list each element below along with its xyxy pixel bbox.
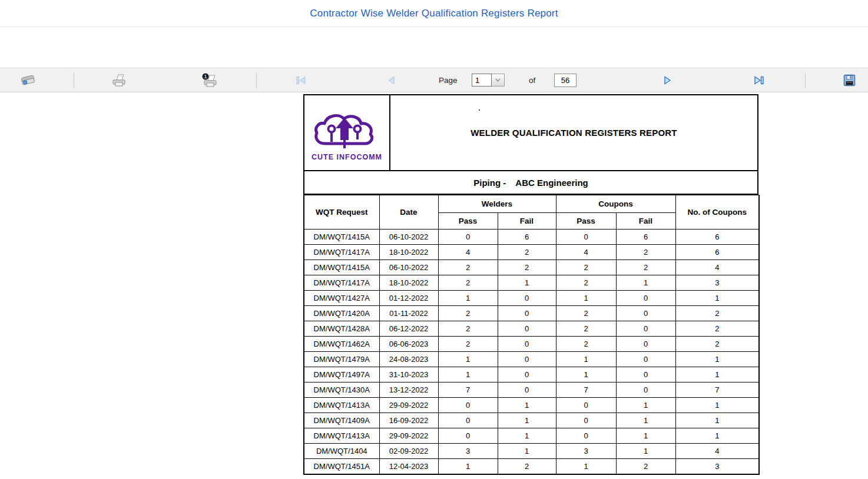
svg-text:1: 1 — [204, 74, 207, 79]
first-page-icon[interactable] — [296, 68, 307, 92]
cloud-arrows-logo-icon — [312, 109, 382, 152]
table-cell: 1 — [438, 459, 498, 474]
table-cell: 7 — [675, 382, 759, 398]
table-cell: 2 — [498, 245, 556, 260]
print-icon[interactable] — [111, 68, 127, 92]
col-header-welders-pass: Pass — [438, 213, 498, 229]
col-header-coupons: Coupons — [556, 195, 675, 213]
table-cell: DM/WQT/1451A — [304, 459, 379, 474]
total-pages-box: 56 — [554, 68, 577, 92]
table-cell: DM/WQT/1430A — [304, 382, 379, 398]
table-cell: 1 — [675, 291, 759, 306]
print-current-page-icon[interactable]: 1 — [201, 68, 218, 92]
table-cell: 2 — [438, 321, 498, 337]
next-page-icon[interactable] — [663, 68, 672, 92]
table-cell: 4 — [556, 245, 616, 260]
table-row: DM/WQT/140402-09-202231314 — [304, 444, 759, 459]
table-cell: DM/WQT/1427A — [304, 291, 379, 306]
section-header: Piping - ABC Engineering — [303, 171, 758, 195]
table-cell: 0 — [438, 428, 498, 444]
chevron-down-icon[interactable] — [492, 74, 505, 87]
table-cell: 1 — [616, 413, 675, 428]
table-cell: DM/WQT/1479A — [304, 352, 379, 367]
search-binoculars-icon[interactable] — [20, 68, 37, 92]
table-row: DM/WQT/1497A31-10-202310101 — [304, 367, 759, 382]
table-row: DM/WQT/1479A24-08-202310101 — [304, 352, 759, 367]
section-title: Piping - ABC Engineering — [473, 178, 588, 188]
stray-dot — [479, 109, 480, 111]
table-cell: 0 — [498, 367, 556, 382]
table-cell: DM/WQT/1428A — [304, 321, 379, 337]
save-export-icon[interactable] — [843, 68, 856, 92]
page-number-combo[interactable]: 1 — [472, 68, 505, 92]
col-header-coupons-fail: Fail — [616, 213, 675, 229]
table-cell: DM/WQT/1413A — [304, 398, 379, 413]
table-row: DM/WQT/1417A18-10-202221213 — [304, 275, 759, 291]
table-cell: 2 — [556, 306, 616, 321]
col-header-no-of-coupons: No. of Coupons — [675, 195, 759, 229]
table-cell: 2 — [675, 321, 759, 337]
report-header: CUTE INFOCOMM WELDER QUALIFICATION REGIS… — [303, 94, 758, 171]
table-cell: 2 — [498, 260, 556, 275]
table-cell: 0 — [498, 382, 556, 398]
table-cell: 2 — [498, 459, 556, 474]
table-cell: DM/WQT/1409A — [304, 413, 379, 428]
table-cell: 06-10-2022 — [379, 229, 438, 245]
table-cell: 1 — [675, 428, 759, 444]
report-title-cell: WELDER QUALIFICATION REGISTERS REPORT — [390, 95, 757, 170]
table-cell: 1 — [556, 367, 616, 382]
table-cell: 0 — [616, 352, 675, 367]
table-cell: 0 — [616, 367, 675, 382]
table-cell: 0 — [616, 321, 675, 337]
table-cell: 3 — [556, 444, 616, 459]
table-cell: 2 — [438, 306, 498, 321]
previous-page-icon[interactable] — [387, 68, 396, 92]
table-cell: 01-12-2022 — [379, 291, 438, 306]
last-page-icon[interactable] — [753, 68, 764, 92]
table-body: DM/WQT/1415A06-10-202206066DM/WQT/1417A1… — [304, 229, 759, 474]
table-cell: 0 — [438, 398, 498, 413]
table-cell: 16-09-2022 — [379, 413, 438, 428]
welder-qualification-table: WQT Request Date Welders Coupons No. of … — [303, 195, 760, 475]
table-cell: 1 — [438, 367, 498, 382]
toolbar-separator — [74, 73, 74, 88]
company-logo: CUTE INFOCOMM — [304, 95, 390, 170]
table-cell: 0 — [556, 398, 616, 413]
table-cell: 1 — [556, 291, 616, 306]
report-page: CUTE INFOCOMM WELDER QUALIFICATION REGIS… — [303, 94, 758, 475]
table-cell: 6 — [498, 229, 556, 245]
table-cell: 2 — [675, 306, 759, 321]
table-cell: 13-12-2022 — [379, 382, 438, 398]
table-cell: 0 — [498, 306, 556, 321]
table-row: DM/WQT/1415A06-10-202206066 — [304, 229, 759, 245]
table-row: DM/WQT/1451A12-04-202312123 — [304, 459, 759, 474]
table-cell: 0 — [438, 413, 498, 428]
table-cell: 06-10-2022 — [379, 260, 438, 275]
table-cell: 0 — [556, 413, 616, 428]
toolbar-separator — [256, 73, 257, 88]
table-cell: 4 — [675, 444, 759, 459]
page-label: Page — [439, 68, 458, 92]
table-cell: 1 — [498, 428, 556, 444]
col-header-date: Date — [379, 195, 438, 229]
title-bar: Contractor Wise Welder Qualification Reg… — [0, 0, 868, 27]
table-cell: 1 — [675, 398, 759, 413]
table-cell: 2 — [616, 245, 675, 260]
page-number-value[interactable]: 1 — [472, 74, 492, 87]
col-header-welders-fail: Fail — [498, 213, 556, 229]
table-cell: 2 — [675, 337, 759, 352]
table-cell: 4 — [675, 260, 759, 275]
table-cell: 1 — [438, 352, 498, 367]
table-cell: 18-10-2022 — [379, 275, 438, 291]
table-row: DM/WQT/1420A01-11-202220202 — [304, 306, 759, 321]
table-cell: 0 — [498, 291, 556, 306]
report-title: WELDER QUALIFICATION REGISTERS REPORT — [471, 128, 677, 138]
table-cell: 24-08-2023 — [379, 352, 438, 367]
table-cell: 2 — [556, 275, 616, 291]
table-cell: 01-11-2022 — [379, 306, 438, 321]
table-cell: 1 — [498, 444, 556, 459]
table-cell: 06-12-2022 — [379, 321, 438, 337]
table-cell: DM/WQT/1415A — [304, 229, 379, 245]
table-cell: 29-09-2022 — [379, 428, 438, 444]
table-row: DM/WQT/1409A16-09-202201011 — [304, 413, 759, 428]
